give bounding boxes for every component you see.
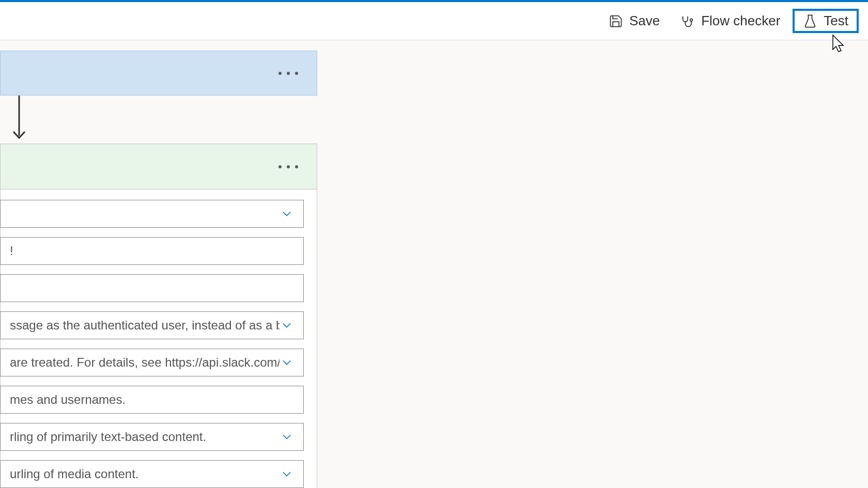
- action-more-menu[interactable]: [278, 165, 298, 168]
- flow-checker-button[interactable]: Flow checker: [672, 9, 788, 33]
- flow-canvas: ! ssage as the authenticated user, inste…: [0, 40, 868, 488]
- action-form: ! ssage as the authenticated user, inste…: [1, 190, 317, 488]
- action-card-header[interactable]: [1, 144, 317, 190]
- chevron-down-icon: [280, 207, 294, 221]
- flow-arrow-icon: [10, 96, 28, 142]
- save-label: Save: [629, 13, 660, 29]
- trigger-more-menu[interactable]: [278, 72, 298, 75]
- test-button[interactable]: Test: [793, 9, 859, 33]
- text-field-2[interactable]: !: [0, 237, 304, 265]
- field-text: are treated. For details, see https://ap…: [10, 355, 280, 370]
- dropdown-field-4[interactable]: ssage as the authenticated user, instead…: [0, 311, 304, 339]
- dropdown-field-8[interactable]: urling of media content.: [0, 460, 304, 488]
- stethoscope-icon: [680, 14, 695, 28]
- text-field-3[interactable]: [0, 274, 304, 302]
- flask-icon: [803, 14, 817, 28]
- save-button[interactable]: Save: [600, 9, 668, 33]
- save-icon: [609, 14, 623, 28]
- svg-point-0: [690, 19, 693, 21]
- text-field-6[interactable]: mes and usernames.: [0, 386, 304, 414]
- action-card[interactable]: ! ssage as the authenticated user, inste…: [0, 144, 317, 488]
- test-label: Test: [824, 13, 848, 29]
- field-text: urling of media content.: [10, 467, 280, 481]
- chevron-down-icon: [280, 467, 294, 481]
- field-text: rling of primarily text-based content.: [10, 430, 280, 444]
- trigger-card[interactable]: [0, 51, 317, 96]
- flow-checker-label: Flow checker: [701, 13, 780, 29]
- field-text: !: [10, 244, 294, 258]
- dropdown-field-5[interactable]: are treated. For details, see https://ap…: [0, 349, 304, 376]
- chevron-down-icon: [280, 430, 294, 444]
- chevron-down-icon: [280, 318, 294, 333]
- pointer-cursor-icon: [831, 34, 846, 54]
- dropdown-field-7[interactable]: rling of primarily text-based content.: [0, 423, 304, 451]
- field-text: mes and usernames.: [10, 392, 294, 407]
- chevron-down-icon: [280, 355, 294, 370]
- dropdown-field-1[interactable]: [0, 200, 304, 228]
- field-text: ssage as the authenticated user, instead…: [10, 318, 280, 333]
- toolbar: Save Flow checker Test: [0, 2, 868, 40]
